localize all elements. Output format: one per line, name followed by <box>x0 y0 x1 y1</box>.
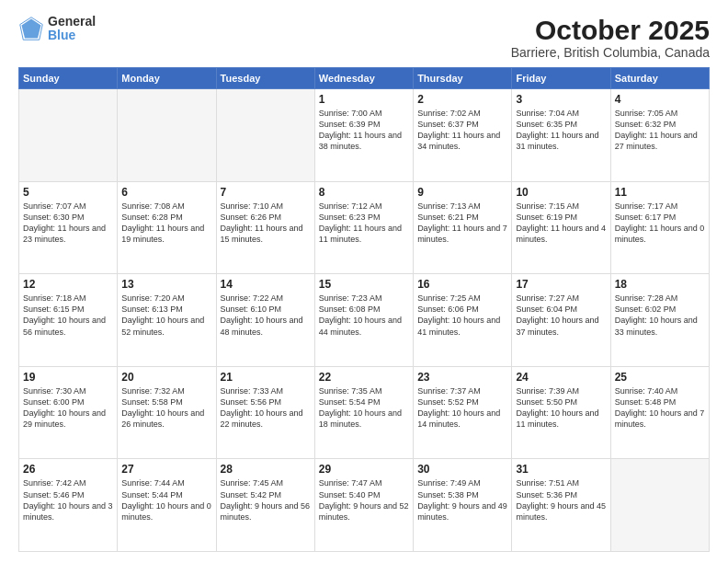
table-row: 7Sunrise: 7:10 AMSunset: 6:26 PMDaylight… <box>216 181 314 274</box>
day-info: Sunrise: 7:04 AMSunset: 6:35 PMDaylight:… <box>516 108 606 153</box>
day-number: 2 <box>417 93 507 106</box>
day-info: Sunrise: 7:51 AMSunset: 5:36 PMDaylight:… <box>516 477 606 523</box>
day-number: 4 <box>615 93 705 106</box>
col-wednesday: Wednesday <box>314 68 413 89</box>
table-row: 11Sunrise: 7:17 AMSunset: 6:17 PMDayligh… <box>610 181 709 274</box>
day-info: Sunrise: 7:47 AMSunset: 5:40 PMDaylight:… <box>319 477 409 523</box>
day-number: 1 <box>319 93 409 106</box>
day-number: 28 <box>221 463 311 476</box>
day-info: Sunrise: 7:30 AMSunset: 6:00 PMDaylight:… <box>23 385 113 431</box>
subtitle: Barriere, British Columbia, Canada <box>511 45 710 60</box>
day-number: 14 <box>221 278 311 291</box>
day-info: Sunrise: 7:40 AMSunset: 5:48 PMDaylight:… <box>615 385 705 431</box>
table-row <box>216 89 314 182</box>
table-row: 26Sunrise: 7:42 AMSunset: 5:46 PMDayligh… <box>19 459 118 552</box>
table-row: 22Sunrise: 7:35 AMSunset: 5:54 PMDayligh… <box>314 366 413 459</box>
day-info: Sunrise: 7:49 AMSunset: 5:38 PMDaylight:… <box>417 477 507 523</box>
table-row: 4Sunrise: 7:05 AMSunset: 6:32 PMDaylight… <box>610 89 709 182</box>
day-info: Sunrise: 7:17 AMSunset: 6:17 PMDaylight:… <box>615 201 705 246</box>
day-number: 15 <box>319 278 409 291</box>
table-row: 31Sunrise: 7:51 AMSunset: 5:36 PMDayligh… <box>512 459 610 552</box>
day-info: Sunrise: 7:22 AMSunset: 6:10 PMDaylight:… <box>221 293 311 338</box>
calendar-week-row: 19Sunrise: 7:30 AMSunset: 6:00 PMDayligh… <box>19 366 710 459</box>
day-info: Sunrise: 7:42 AMSunset: 5:46 PMDaylight:… <box>23 477 113 523</box>
calendar-week-row: 1Sunrise: 7:00 AMSunset: 6:39 PMDaylight… <box>19 89 710 182</box>
day-number: 5 <box>23 186 113 199</box>
day-number: 24 <box>516 371 606 384</box>
title-block: October 2025 Barriere, British Columbia,… <box>511 15 710 60</box>
table-row: 6Sunrise: 7:08 AMSunset: 6:28 PMDaylight… <box>118 181 216 274</box>
page: General Blue October 2025 Barriere, Brit… <box>0 0 728 563</box>
day-info: Sunrise: 7:44 AMSunset: 5:44 PMDaylight:… <box>121 477 211 523</box>
table-row: 27Sunrise: 7:44 AMSunset: 5:44 PMDayligh… <box>118 459 216 552</box>
table-row: 17Sunrise: 7:27 AMSunset: 6:04 PMDayligh… <box>512 274 610 367</box>
day-number: 26 <box>23 463 113 476</box>
table-row: 3Sunrise: 7:04 AMSunset: 6:35 PMDaylight… <box>512 89 610 182</box>
day-info: Sunrise: 7:33 AMSunset: 5:56 PMDaylight:… <box>221 385 311 431</box>
day-number: 10 <box>516 186 606 199</box>
day-info: Sunrise: 7:07 AMSunset: 6:30 PMDaylight:… <box>23 201 113 246</box>
calendar-table: Sunday Monday Tuesday Wednesday Thursday… <box>18 67 710 552</box>
table-row: 28Sunrise: 7:45 AMSunset: 5:42 PMDayligh… <box>216 459 314 552</box>
day-info: Sunrise: 7:15 AMSunset: 6:19 PMDaylight:… <box>516 201 606 246</box>
day-info: Sunrise: 7:18 AMSunset: 6:15 PMDaylight:… <box>23 293 113 338</box>
main-title: October 2025 <box>511 15 710 45</box>
day-info: Sunrise: 7:12 AMSunset: 6:23 PMDaylight:… <box>319 201 409 246</box>
table-row: 16Sunrise: 7:25 AMSunset: 6:06 PMDayligh… <box>414 274 512 367</box>
day-number: 16 <box>417 278 507 291</box>
col-thursday: Thursday <box>414 68 512 89</box>
col-friday: Friday <box>512 68 610 89</box>
day-number: 30 <box>417 463 507 476</box>
table-row: 10Sunrise: 7:15 AMSunset: 6:19 PMDayligh… <box>512 181 610 274</box>
day-number: 29 <box>319 463 409 476</box>
day-info: Sunrise: 7:25 AMSunset: 6:06 PMDaylight:… <box>417 293 507 338</box>
day-info: Sunrise: 7:32 AMSunset: 5:58 PMDaylight:… <box>121 385 211 431</box>
day-info: Sunrise: 7:02 AMSunset: 6:37 PMDaylight:… <box>417 108 507 153</box>
logo-general-label: General <box>48 15 96 29</box>
table-row: 2Sunrise: 7:02 AMSunset: 6:37 PMDaylight… <box>414 89 512 182</box>
day-info: Sunrise: 7:00 AMSunset: 6:39 PMDaylight:… <box>319 108 409 153</box>
table-row <box>610 459 709 552</box>
logo-icon <box>18 16 44 41</box>
calendar-week-row: 26Sunrise: 7:42 AMSunset: 5:46 PMDayligh… <box>19 459 710 552</box>
day-number: 19 <box>23 371 113 384</box>
table-row: 29Sunrise: 7:47 AMSunset: 5:40 PMDayligh… <box>314 459 413 552</box>
day-number: 22 <box>319 371 409 384</box>
logo: General Blue <box>18 15 96 43</box>
day-number: 18 <box>615 278 705 291</box>
table-row: 30Sunrise: 7:49 AMSunset: 5:38 PMDayligh… <box>414 459 512 552</box>
table-row: 21Sunrise: 7:33 AMSunset: 5:56 PMDayligh… <box>216 366 314 459</box>
table-row: 13Sunrise: 7:20 AMSunset: 6:13 PMDayligh… <box>118 274 216 367</box>
day-info: Sunrise: 7:10 AMSunset: 6:26 PMDaylight:… <box>221 201 311 246</box>
table-row: 8Sunrise: 7:12 AMSunset: 6:23 PMDaylight… <box>314 181 413 274</box>
day-number: 25 <box>615 371 705 384</box>
day-number: 12 <box>23 278 113 291</box>
table-row <box>19 89 118 182</box>
table-row: 18Sunrise: 7:28 AMSunset: 6:02 PMDayligh… <box>610 274 709 367</box>
day-number: 27 <box>121 463 211 476</box>
table-row: 24Sunrise: 7:39 AMSunset: 5:50 PMDayligh… <box>512 366 610 459</box>
day-info: Sunrise: 7:05 AMSunset: 6:32 PMDaylight:… <box>615 108 705 153</box>
day-number: 9 <box>417 186 507 199</box>
day-info: Sunrise: 7:23 AMSunset: 6:08 PMDaylight:… <box>319 293 409 338</box>
day-number: 23 <box>417 371 507 384</box>
calendar-week-row: 5Sunrise: 7:07 AMSunset: 6:30 PMDaylight… <box>19 181 710 274</box>
calendar-week-row: 12Sunrise: 7:18 AMSunset: 6:15 PMDayligh… <box>19 274 710 367</box>
day-info: Sunrise: 7:45 AMSunset: 5:42 PMDaylight:… <box>221 477 311 523</box>
table-row: 19Sunrise: 7:30 AMSunset: 6:00 PMDayligh… <box>19 366 118 459</box>
logo-text: General Blue <box>48 15 96 43</box>
table-row: 25Sunrise: 7:40 AMSunset: 5:48 PMDayligh… <box>610 366 709 459</box>
table-row: 20Sunrise: 7:32 AMSunset: 5:58 PMDayligh… <box>118 366 216 459</box>
day-info: Sunrise: 7:28 AMSunset: 6:02 PMDaylight:… <box>615 293 705 338</box>
day-number: 6 <box>121 186 211 199</box>
day-number: 21 <box>221 371 311 384</box>
day-number: 8 <box>319 186 409 199</box>
day-number: 31 <box>516 463 606 476</box>
day-info: Sunrise: 7:27 AMSunset: 6:04 PMDaylight:… <box>516 293 606 338</box>
day-info: Sunrise: 7:39 AMSunset: 5:50 PMDaylight:… <box>516 385 606 431</box>
day-number: 20 <box>121 371 211 384</box>
table-row: 23Sunrise: 7:37 AMSunset: 5:52 PMDayligh… <box>414 366 512 459</box>
table-row <box>118 89 216 182</box>
col-tuesday: Tuesday <box>216 68 314 89</box>
logo-blue-label: Blue <box>48 29 96 42</box>
